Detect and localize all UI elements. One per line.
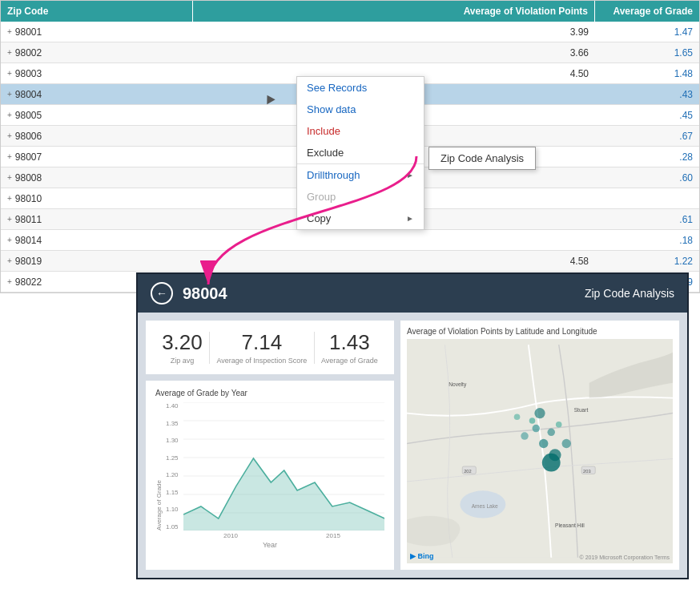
cell-zip: + 98002 — [1, 47, 193, 58]
y-axis-label: 1.25 — [166, 454, 179, 462]
cell-zip: + 98007 — [1, 151, 193, 163]
kpi-label: Average of Inspection Score — [216, 357, 307, 365]
cell-zip: + 98005 — [1, 110, 193, 121]
y-axis-label: 1.05 — [166, 523, 179, 531]
cell-zip: + 98003 — [1, 68, 193, 79]
svg-point-20 — [556, 422, 562, 428]
kpi-value: 1.43 — [321, 330, 378, 355]
y-axis-label: 1.15 — [166, 489, 179, 496]
context-menu-item-drillthrough[interactable]: Drillthrough► — [297, 163, 424, 186]
cell-zip: + 98008 — [1, 172, 193, 184]
y-axis-label: 1.10 — [166, 506, 179, 513]
cell-zip: + 98019 — [1, 256, 193, 267]
svg-point-17 — [529, 418, 536, 424]
bing-logo: ▶ Bing — [410, 552, 434, 560]
cell-zip: + 98001 — [1, 26, 193, 38]
y-axis-label: 1.20 — [166, 471, 179, 478]
expand-icon: + — [7, 173, 12, 182]
back-button[interactable]: ← — [151, 282, 173, 305]
expand-icon: + — [7, 215, 12, 224]
cell-zip: + 98004 — [1, 89, 193, 100]
panel-header: ← 98004 Zip Code Analysis — [138, 274, 687, 313]
expand-icon: + — [7, 131, 12, 140]
kpi-value: 3.20 — [162, 330, 203, 355]
chart-plot — [183, 402, 384, 531]
y-axis-label: 1.30 — [166, 437, 179, 444]
context-menu-item-see-records[interactable]: See Records — [297, 77, 424, 99]
bing-branding: ▶ Bing — [410, 552, 434, 560]
expand-icon: + — [7, 69, 12, 78]
cell-grade: .67 — [595, 131, 699, 142]
cell-grade: .43 — [595, 89, 699, 100]
svg-point-19 — [547, 429, 554, 436]
svg-point-18 — [534, 408, 545, 418]
cell-zip: + 98010 — [1, 193, 193, 204]
kpi-item-1: 7.14 Average of Inspection Score — [216, 330, 307, 365]
svg-point-23 — [562, 439, 571, 448]
cell-grade: .18 — [595, 235, 699, 246]
svg-text:Pleasant Hill: Pleasant Hill — [555, 522, 585, 528]
expand-icon: + — [7, 236, 12, 244]
cell-grade: 1.65 — [595, 47, 699, 58]
expand-icon: + — [7, 90, 12, 99]
cell-violation: 3.66 — [193, 47, 595, 58]
context-menu-item-group[interactable]: Group — [297, 186, 424, 208]
cell-zip: + 98014 — [1, 235, 193, 246]
table-row[interactable]: + 98001 3.99 1.47 — [1, 22, 699, 42]
y-axis-label: 1.40 — [166, 402, 179, 409]
expand-icon: + — [7, 48, 12, 57]
expand-icon: + — [7, 152, 12, 161]
panel-body: 3.20 Zip avg 7.14 Average of Inspection … — [138, 313, 687, 578]
cell-grade: .28 — [595, 151, 699, 163]
context-menu-item-include[interactable]: Include — [297, 120, 424, 142]
table-row[interactable]: + 98002 3.66 1.65 — [1, 42, 699, 63]
expand-icon: + — [7, 194, 12, 203]
context-menu: See RecordsShow dataIncludeExcludeDrillt… — [296, 76, 424, 230]
cell-grade: 1.22 — [595, 256, 699, 267]
expand-icon: + — [7, 27, 12, 36]
panel-zip-value: 98004 — [183, 284, 585, 303]
context-menu-item-show-data[interactable]: Show data — [297, 99, 424, 120]
map-title: Average of Violation Points by Latitude … — [407, 327, 673, 336]
cell-violation: 4.58 — [193, 256, 595, 267]
header-zip: Zip Code — [1, 1, 193, 22]
chart-card: Average of Grade by Year Average of Grad… — [146, 381, 394, 570]
map-copyright: © 2019 Microsoft Corporation Terms — [580, 555, 670, 560]
context-menu-item-exclude[interactable]: Exclude — [297, 142, 424, 163]
svg-text:203: 203 — [583, 469, 591, 474]
cell-grade: 1.48 — [595, 68, 699, 79]
map-container: Ames Lake — [407, 339, 673, 563]
map-card: Average of Violation Points by Latitude … — [400, 321, 679, 570]
drillthrough-option[interactable]: Zip Code Analysis — [428, 147, 536, 170]
y-axis-label: 1.35 — [166, 420, 179, 427]
kpi-card: 3.20 Zip avg 7.14 Average of Inspection … — [146, 321, 394, 374]
kpi-label: Zip avg — [162, 357, 203, 365]
svg-text:Novelty: Novelty — [449, 381, 467, 388]
chart-title: Average of Grade by Year — [155, 389, 384, 397]
expand-icon: + — [7, 111, 12, 119]
svg-text:Ames Lake: Ames Lake — [472, 503, 498, 509]
table-header: Zip Code Average of Violation Points Ave… — [1, 1, 699, 22]
table-row[interactable]: + 98019 4.58 1.22 — [1, 251, 699, 272]
cell-grade: 1.47 — [595, 26, 699, 38]
cell-grade: .61 — [595, 214, 699, 225]
svg-point-15 — [539, 439, 548, 448]
cell-violation: 3.99 — [193, 26, 595, 38]
panel-title: Zip Code Analysis — [585, 287, 674, 300]
kpi-value: 7.14 — [216, 330, 307, 355]
y-axis-labels: 1.401.351.301.251.201.151.101.05 — [166, 402, 179, 531]
table-row[interactable]: + 98014 .18 — [1, 230, 699, 251]
kpi-item-2: 1.43 Average of Grade — [321, 330, 378, 365]
kpi-divider — [314, 332, 315, 364]
cell-grade: .60 — [595, 172, 699, 184]
svg-point-22 — [514, 414, 521, 421]
cell-grade: .45 — [595, 110, 699, 121]
header-grade: Average of Grade — [595, 1, 699, 22]
right-column: Average of Violation Points by Latitude … — [400, 321, 679, 570]
context-menu-item-copy[interactable]: Copy► — [297, 208, 424, 229]
cell-zip: + 98006 — [1, 131, 193, 142]
x-axis-labels: 2010 2015 — [155, 532, 384, 539]
kpi-item-0: 3.20 Zip avg — [162, 330, 203, 365]
svg-text:202: 202 — [464, 469, 472, 474]
svg-point-16 — [533, 425, 540, 432]
